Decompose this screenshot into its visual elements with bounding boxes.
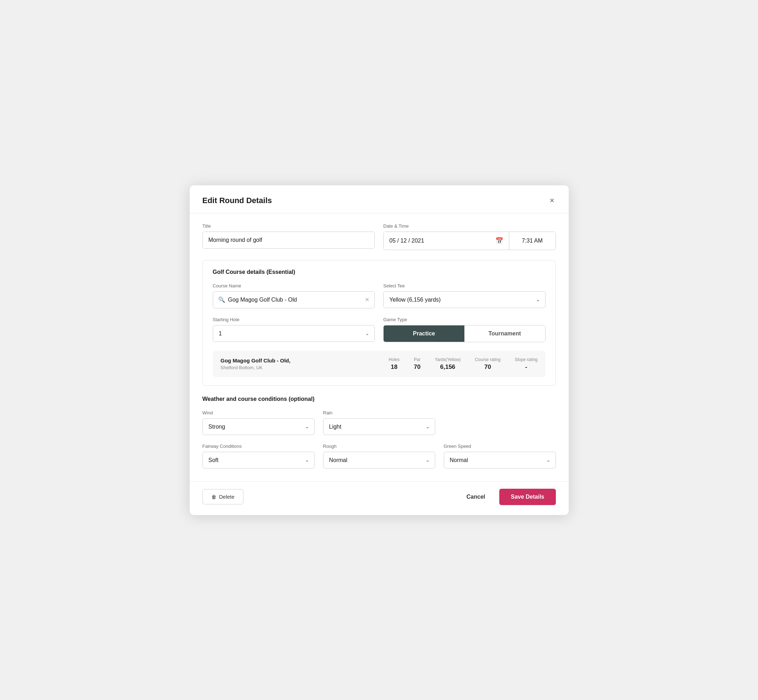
yards-label: Yards(Yellow)	[435, 357, 461, 362]
green-speed-wrapper[interactable]: Slow Normal Fast Very Fast ⌄	[444, 452, 556, 469]
par-stat: Par 70	[414, 357, 421, 370]
time-input-wrapper[interactable]: 7:31 AM	[509, 232, 556, 250]
edit-round-modal: Edit Round Details × Title Date & Time 0…	[190, 185, 568, 515]
delete-label: Delete	[219, 494, 235, 500]
select-tee-label: Select Tee	[383, 283, 545, 289]
course-name-input[interactable]	[228, 292, 362, 308]
weather-row-1: Wind Calm Light Moderate Strong Very Str…	[202, 410, 556, 435]
delete-button[interactable]: 🗑 Delete	[202, 489, 243, 505]
game-type-col: Game Type Practice Tournament	[383, 317, 545, 342]
datetime-label: Date & Time	[383, 223, 556, 229]
slope-rating-value: -	[525, 364, 528, 370]
yards-value: 6,156	[440, 364, 456, 370]
rain-wrapper[interactable]: None Light Moderate Heavy ⌄	[323, 418, 435, 435]
title-input[interactable]	[202, 231, 375, 248]
modal-footer: 🗑 Delete Cancel Save Details	[190, 481, 568, 515]
weather-section: Weather and course conditions (optional)…	[202, 396, 556, 469]
fairway-col: Fairway Conditions Dry Normal Soft Wet ⌄	[202, 444, 315, 469]
cancel-button[interactable]: Cancel	[461, 489, 491, 505]
rain-dropdown[interactable]: None Light Moderate Heavy	[324, 419, 435, 434]
starting-hole-dropdown[interactable]: 1 2 3 10	[213, 325, 375, 341]
golf-section-title: Golf Course details (Essential)	[213, 269, 545, 275]
golf-course-section: Golf Course details (Essential) Course N…	[202, 260, 556, 386]
holes-stat: Holes 18	[388, 357, 399, 370]
rough-dropdown[interactable]: Short Normal Long Very Long	[324, 452, 435, 468]
course-search-wrapper[interactable]: 🔍 ✕	[213, 291, 375, 308]
green-speed-col: Green Speed Slow Normal Fast Very Fast ⌄	[444, 444, 556, 469]
datetime-field-wrapper: Date & Time 05 / 12 / 2021 📅 7:31 AM	[383, 223, 556, 250]
yards-stat: Yards(Yellow) 6,156	[435, 357, 461, 370]
course-info-bar: Gog Magog Golf Club - Old, Shelford Bott…	[213, 351, 545, 377]
close-button[interactable]: ×	[548, 195, 556, 206]
course-name-tee-row: Course Name 🔍 ✕ Select Tee Yellow (6,156…	[213, 283, 545, 308]
modal-title: Edit Round Details	[202, 196, 272, 205]
course-rating-value: 70	[484, 364, 491, 370]
title-label: Title	[202, 223, 375, 229]
course-rating-stat: Course rating 70	[475, 357, 500, 370]
wind-wrapper[interactable]: Calm Light Moderate Strong Very Strong ⌄	[202, 418, 315, 435]
tournament-button[interactable]: Tournament	[464, 325, 545, 342]
clear-course-icon[interactable]: ✕	[365, 296, 370, 303]
trash-icon: 🗑	[211, 494, 216, 500]
par-value: 70	[414, 364, 421, 370]
select-tee-wrapper[interactable]: Yellow (6,156 yards) White Red Blue ⌄	[383, 291, 545, 308]
rain-col: Rain None Light Moderate Heavy ⌄	[323, 410, 435, 435]
game-type-label: Game Type	[383, 317, 545, 322]
date-text: 05 / 12 / 2021	[389, 238, 493, 244]
slope-rating-label: Slope rating	[515, 357, 537, 362]
course-name-col: Course Name 🔍 ✕	[213, 283, 375, 308]
time-text: 7:31 AM	[522, 238, 543, 244]
practice-button[interactable]: Practice	[384, 325, 464, 342]
date-input-wrapper[interactable]: 05 / 12 / 2021 📅	[384, 232, 509, 250]
course-rating-label: Course rating	[475, 357, 500, 362]
weather-section-title: Weather and course conditions (optional)	[202, 396, 556, 402]
rough-wrapper[interactable]: Short Normal Long Very Long ⌄	[323, 452, 435, 469]
fairway-dropdown[interactable]: Dry Normal Soft Wet	[203, 452, 314, 468]
fairway-label: Fairway Conditions	[202, 444, 315, 449]
fairway-wrapper[interactable]: Dry Normal Soft Wet ⌄	[202, 452, 315, 469]
select-tee-col: Select Tee Yellow (6,156 yards) White Re…	[383, 283, 545, 308]
search-icon: 🔍	[218, 296, 225, 303]
rain-label: Rain	[323, 410, 435, 416]
save-button[interactable]: Save Details	[499, 489, 556, 505]
wind-label: Wind	[202, 410, 315, 416]
starting-hole-wrapper[interactable]: 1 2 3 10 ⌄	[213, 325, 375, 342]
calendar-icon: 📅	[495, 237, 503, 245]
par-label: Par	[414, 357, 421, 362]
course-name-label: Course Name	[213, 283, 375, 289]
holes-value: 18	[391, 364, 398, 370]
weather-row-2: Fairway Conditions Dry Normal Soft Wet ⌄…	[202, 444, 556, 469]
course-info-location: Shelford Bottom, UK	[221, 365, 375, 370]
starting-hole-label: Starting Hole	[213, 317, 375, 322]
wind-col: Wind Calm Light Moderate Strong Very Str…	[202, 410, 315, 435]
datetime-inputs: 05 / 12 / 2021 📅 7:31 AM	[383, 231, 556, 250]
select-tee-dropdown[interactable]: Yellow (6,156 yards) White Red Blue	[384, 292, 545, 308]
top-row: Title Date & Time 05 / 12 / 2021 📅 7:31 …	[202, 223, 556, 250]
starting-hole-col: Starting Hole 1 2 3 10 ⌄	[213, 317, 375, 342]
slope-rating-stat: Slope rating -	[515, 357, 537, 370]
modal-header: Edit Round Details ×	[190, 185, 568, 213]
footer-right: Cancel Save Details	[461, 489, 556, 505]
holes-label: Holes	[388, 357, 399, 362]
green-speed-dropdown[interactable]: Slow Normal Fast Very Fast	[444, 452, 556, 468]
rough-col: Rough Short Normal Long Very Long ⌄	[323, 444, 435, 469]
starting-hole-game-type-row: Starting Hole 1 2 3 10 ⌄ Game Type	[213, 317, 545, 342]
rough-label: Rough	[323, 444, 435, 449]
modal-body: Title Date & Time 05 / 12 / 2021 📅 7:31 …	[190, 213, 568, 481]
course-info-name-text: Gog Magog Golf Club - Old,	[221, 358, 375, 364]
course-info-name: Gog Magog Golf Club - Old, Shelford Bott…	[221, 358, 375, 370]
game-type-toggle: Practice Tournament	[383, 325, 545, 342]
title-field-wrapper: Title	[202, 223, 375, 250]
wind-dropdown[interactable]: Calm Light Moderate Strong Very Strong	[203, 419, 314, 434]
green-speed-label: Green Speed	[444, 444, 556, 449]
